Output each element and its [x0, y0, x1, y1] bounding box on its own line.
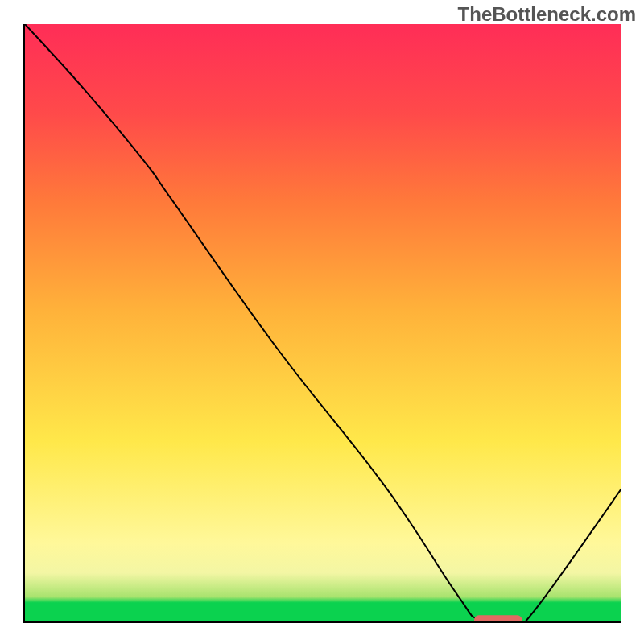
bottleneck-curve	[25, 24, 621, 623]
chart-canvas: TheBottleneck.com	[0, 0, 644, 644]
plot-svg	[25, 24, 621, 623]
highlight-pill	[474, 615, 522, 623]
watermark-label: TheBottleneck.com	[458, 3, 636, 26]
plot-area	[23, 24, 621, 623]
